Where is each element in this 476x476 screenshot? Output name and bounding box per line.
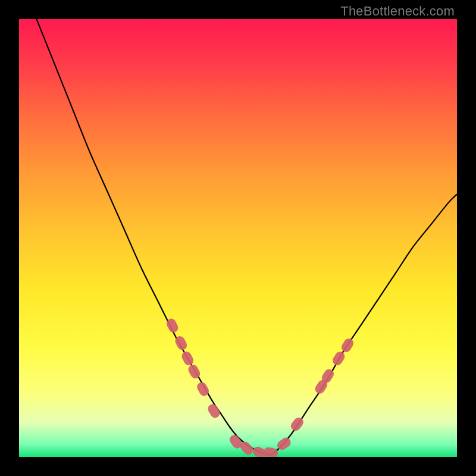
svg-rect-9 <box>263 446 279 457</box>
marker <box>289 415 305 433</box>
marker <box>340 337 355 354</box>
svg-rect-15 <box>340 337 355 354</box>
marker <box>331 350 346 367</box>
chart-plot-area <box>19 19 457 457</box>
svg-rect-2 <box>180 350 195 367</box>
marker <box>180 350 195 367</box>
chart-svg <box>19 19 457 457</box>
curve-line <box>36 19 457 455</box>
svg-rect-5 <box>206 402 221 419</box>
svg-rect-14 <box>331 350 346 367</box>
attribution-text: TheBottleneck.com <box>340 4 455 19</box>
marker <box>206 402 221 419</box>
svg-rect-11 <box>289 415 305 433</box>
curve-markers <box>165 317 355 457</box>
marker <box>263 446 279 457</box>
